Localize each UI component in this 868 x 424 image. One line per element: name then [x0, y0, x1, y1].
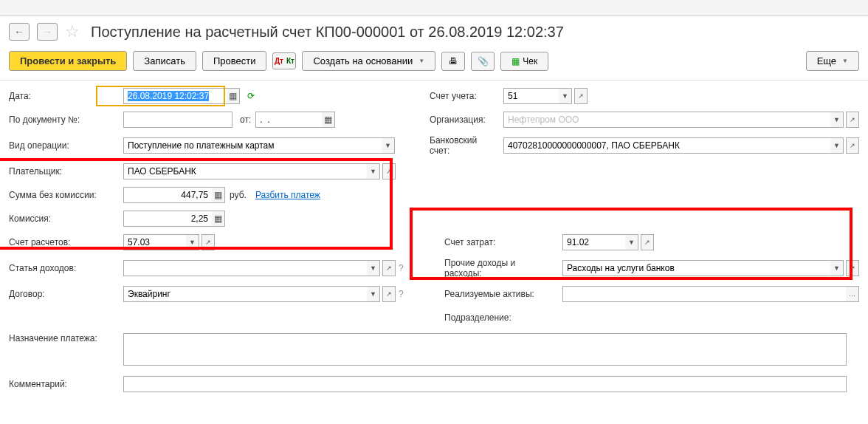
date-picker-button[interactable]: ▦	[227, 88, 240, 104]
doc-from-picker-button[interactable]: ▦	[322, 112, 335, 128]
date-input[interactable]: 26.08.2019 12:02:37	[123, 88, 227, 104]
comment-label: Комментарий:	[9, 379, 123, 389]
op-type-dropdown-button[interactable]: ▼	[382, 137, 395, 154]
account-label: Счет учета:	[430, 91, 503, 101]
bank-account-open-button[interactable]: ↗	[846, 137, 859, 154]
post-button[interactable]: Провести	[202, 51, 267, 71]
other-income-dropdown-button[interactable]: ▼	[830, 260, 844, 276]
income-item-label: Статья доходов:	[9, 263, 123, 273]
sum-unit: руб.	[230, 190, 247, 200]
sold-assets-input[interactable]	[562, 286, 846, 302]
doc-num-label: По документу №:	[9, 114, 123, 125]
form-area: Дата: 26.08.2019 12:02:37 ▦ ⟳ Счет учета…	[0, 81, 868, 407]
org-open-button[interactable]: ↗	[846, 112, 859, 128]
doc-num-input[interactable]	[123, 112, 232, 128]
payer-input[interactable]	[123, 163, 367, 179]
split-payment-link[interactable]: Разбить платеж	[255, 190, 320, 200]
income-item-open-button[interactable]: ↗	[382, 260, 396, 276]
print-icon: 🖶	[449, 56, 458, 66]
sold-assets-more-button[interactable]: …	[846, 286, 859, 302]
expense-account-input[interactable]	[562, 234, 625, 250]
payer-open-button[interactable]: ↗	[382, 163, 396, 179]
print-button[interactable]: 🖶	[441, 52, 465, 71]
division-label: Подразделение:	[444, 312, 562, 323]
account-input[interactable]	[503, 88, 559, 104]
contract-dropdown-button[interactable]: ▼	[367, 286, 380, 302]
expense-account-label: Счет затрат:	[444, 237, 562, 247]
purpose-label: Назначение платежа:	[9, 333, 123, 343]
purpose-textarea[interactable]	[123, 333, 847, 366]
op-type-label: Вид операции:	[9, 140, 123, 151]
more-button[interactable]: Еще	[806, 51, 859, 71]
post-and-close-button[interactable]: Провести и закрыть	[9, 51, 127, 71]
calculator-icon: ▦	[214, 213, 222, 224]
calendar-icon: ▦	[229, 91, 237, 101]
op-type-input[interactable]	[123, 137, 382, 154]
other-income-input[interactable]	[562, 260, 830, 276]
settle-account-dropdown-button[interactable]: ▼	[186, 234, 199, 250]
header-row: ← → ☆ Поступление на расчетный счет КП00…	[0, 16, 868, 47]
sum-label: Сумма без комиссии:	[9, 190, 123, 200]
sum-calc-button[interactable]: ▦	[212, 187, 225, 203]
commission-input[interactable]	[123, 211, 212, 227]
attach-button[interactable]: 📎	[471, 52, 495, 71]
org-input[interactable]: Нефтепром ООО	[503, 112, 830, 128]
settle-account-open-button[interactable]: ↗	[202, 234, 215, 250]
doc-from-label: от:	[240, 114, 251, 125]
calculator-icon: ▦	[214, 190, 222, 200]
other-income-label: Прочие доходы и расходы:	[444, 258, 562, 278]
payer-label: Плательщик:	[9, 166, 123, 177]
settle-account-label: Счет расчетов:	[9, 237, 123, 247]
check-button[interactable]: ▦ Чек	[500, 52, 548, 71]
nav-back-button[interactable]: ←	[9, 23, 30, 41]
date-label: Дата:	[9, 91, 123, 101]
bank-account-input[interactable]	[503, 137, 830, 154]
contract-label: Договор:	[9, 289, 123, 299]
help-icon[interactable]: ?	[399, 263, 404, 273]
account-dropdown-button[interactable]: ▼	[559, 88, 572, 104]
refresh-icon[interactable]: ⟳	[247, 91, 255, 101]
favorite-star-icon[interactable]: ☆	[65, 22, 80, 41]
expense-account-dropdown-button[interactable]: ▼	[625, 234, 638, 250]
save-button[interactable]: Записать	[133, 51, 196, 71]
account-open-button[interactable]: ↗	[574, 88, 588, 104]
other-income-open-button[interactable]: ↗	[846, 260, 859, 276]
income-item-dropdown-button[interactable]: ▼	[367, 260, 380, 276]
bank-account-label: Банковский счет:	[430, 135, 503, 156]
settle-account-input[interactable]	[123, 234, 186, 250]
help-icon[interactable]: ?	[399, 289, 404, 299]
expense-account-open-button[interactable]: ↗	[641, 234, 654, 250]
doc-from-input[interactable]	[255, 112, 322, 128]
create-based-button[interactable]: Создать на основании	[302, 51, 435, 71]
payer-dropdown-button[interactable]: ▼	[367, 163, 380, 179]
bank-account-dropdown-button[interactable]: ▼	[830, 137, 844, 154]
contract-input[interactable]	[123, 286, 367, 302]
page-title: Поступление на расчетный счет КП00-00000…	[91, 24, 564, 41]
org-dropdown-button[interactable]: ▼	[830, 112, 844, 128]
receipt-icon: ▦	[512, 56, 520, 66]
paperclip-icon: 📎	[478, 56, 489, 66]
org-label: Организация:	[430, 114, 503, 125]
sold-assets-label: Реализуемые активы:	[444, 289, 562, 299]
main-toolbar: Провести и закрыть Записать Провести ДтК…	[0, 47, 868, 81]
contract-open-button[interactable]: ↗	[382, 286, 396, 302]
income-item-input[interactable]	[123, 260, 367, 276]
nav-forward-button[interactable]: →	[37, 23, 58, 41]
commission-calc-button[interactable]: ▦	[212, 211, 225, 227]
sum-input[interactable]	[123, 187, 212, 203]
dt-kt-button[interactable]: ДтКт	[272, 52, 296, 69]
commission-label: Комиссия:	[9, 213, 123, 224]
top-panel	[0, 0, 868, 16]
comment-input[interactable]	[123, 376, 847, 392]
calendar-icon: ▦	[324, 114, 332, 125]
